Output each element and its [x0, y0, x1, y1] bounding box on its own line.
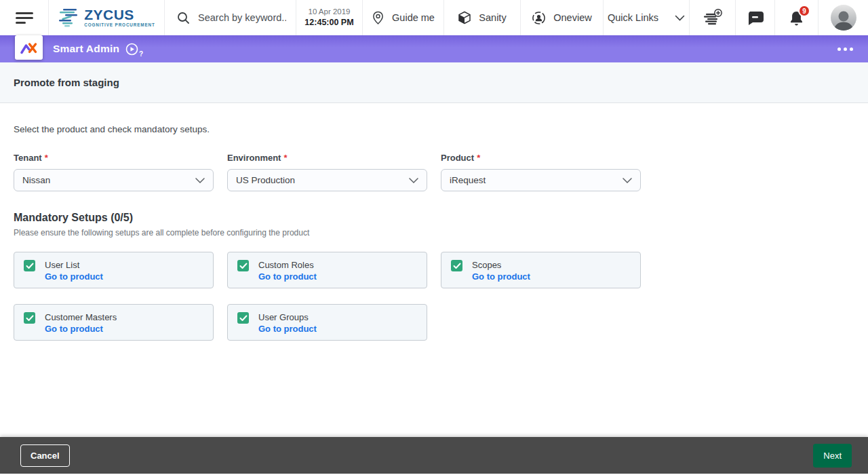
tenant-select[interactable]: Nissan: [14, 169, 214, 191]
zycus-logo-mark-icon: [58, 8, 79, 27]
oneview-button[interactable]: Oneview: [521, 0, 604, 35]
oneview-label: Oneview: [553, 12, 591, 23]
avatar[interactable]: [831, 5, 856, 31]
mandatory-setups-grid: User List Go to product Custom Roles Go …: [14, 252, 854, 341]
smart-admin-logo-icon: [20, 41, 37, 55]
menu-icon: [16, 12, 33, 24]
datetime-display: 10 Apr 2019 12:45:00 PM: [296, 0, 363, 35]
smart-admin-app-tile[interactable]: [15, 35, 43, 60]
quick-links-label: Quick Links: [608, 12, 658, 23]
tenant-field: Tenant* Nissan: [14, 153, 214, 191]
date-text: 10 Apr 2019: [308, 7, 350, 18]
guide-me-button[interactable]: Guide me: [363, 0, 444, 35]
action-footer: Cancel Next: [0, 437, 868, 474]
environment-value: US Production: [236, 175, 295, 185]
page-title: Promote from staging: [14, 77, 119, 88]
setup-card-customer-masters: Customer Masters Go to product: [14, 304, 214, 341]
next-button[interactable]: Next: [813, 444, 852, 468]
environment-label: Environment*: [227, 153, 427, 163]
go-to-product-link[interactable]: Go to product: [45, 271, 103, 282]
chevron-down-icon: [623, 178, 632, 183]
sanity-label: Sanity: [479, 12, 506, 23]
setup-title: Customer Masters: [45, 311, 117, 323]
setup-card-user-list: User List Go to product: [14, 252, 214, 288]
setup-title: Custom Roles: [258, 259, 317, 271]
chevron-down-icon: [409, 178, 418, 183]
user-list-checkbox[interactable]: [24, 260, 35, 271]
help-question-mark: ?: [139, 50, 143, 58]
setup-card-custom-roles: Custom Roles Go to product: [227, 252, 427, 288]
zycus-name: ZYCUS: [84, 7, 155, 22]
play-help-button[interactable]: ?: [125, 43, 143, 56]
smart-admin-appbar: Smart Admin ?: [0, 35, 868, 62]
go-to-product-link[interactable]: Go to product: [258, 323, 317, 335]
chat-icon: [747, 11, 764, 25]
oneview-icon: [532, 11, 546, 25]
product-value: iRequest: [450, 175, 486, 185]
product-label: Product*: [441, 153, 641, 163]
mandatory-setups-subtitle: Please ensure the following setups are a…: [14, 228, 854, 238]
guide-me-icon: [372, 11, 384, 25]
page-title-band: Promote from staging: [0, 62, 868, 103]
product-select[interactable]: iRequest: [441, 169, 641, 191]
custom-roles-checkbox[interactable]: [237, 260, 249, 271]
add-stack-button[interactable]: [690, 0, 736, 35]
smart-admin-app: ZYCUS COGNITIVE PROCUREMENT 10 Apr 2019 …: [0, 0, 868, 475]
product-selection-form: Tenant* Nissan Environment* US Productio…: [14, 153, 854, 191]
zycus-logo-text: ZYCUS COGNITIVE PROCUREMENT: [84, 7, 155, 27]
main-content: Select the product and check mandatory s…: [0, 124, 868, 341]
cancel-button[interactable]: Cancel: [20, 444, 70, 467]
chevron-down-icon: [675, 15, 685, 21]
setup-card-user-groups: User Groups Go to product: [227, 304, 427, 341]
setup-title: User Groups: [258, 311, 317, 323]
tenant-label: Tenant*: [14, 153, 214, 163]
user-profile[interactable]: [818, 0, 868, 35]
add-stack-icon: [702, 8, 724, 27]
setup-title: User List: [45, 259, 103, 271]
time-text: 12:45:00 PM: [304, 17, 353, 28]
sanity-button[interactable]: Sanity: [444, 0, 521, 35]
setup-title: Scopes: [472, 259, 530, 271]
zycus-logo[interactable]: ZYCUS COGNITIVE PROCUREMENT: [49, 0, 165, 35]
go-to-product-link[interactable]: Go to product: [472, 271, 530, 282]
notifications-button[interactable]: 9: [775, 0, 818, 35]
user-groups-checkbox[interactable]: [237, 312, 249, 324]
customer-masters-checkbox[interactable]: [24, 312, 35, 324]
required-marker: *: [283, 153, 287, 163]
global-search[interactable]: [165, 0, 296, 35]
notification-badge: 9: [798, 5, 810, 17]
more-options-button[interactable]: [836, 43, 854, 55]
search-input[interactable]: [198, 12, 286, 23]
instruction-text: Select the product and check mandatory s…: [14, 124, 854, 134]
chat-button[interactable]: [736, 0, 775, 35]
mandatory-setups-title: Mandatory Setups (0/5): [14, 212, 854, 224]
required-marker: *: [45, 153, 48, 163]
go-to-product-link[interactable]: Go to product: [45, 323, 117, 335]
scopes-checkbox[interactable]: [451, 260, 462, 271]
required-marker: *: [477, 153, 480, 163]
chevron-down-icon: [195, 178, 205, 183]
product-field: Product* iRequest: [441, 153, 641, 191]
tenant-value: Nissan: [22, 175, 50, 185]
setup-card-scopes: Scopes Go to product: [441, 252, 641, 288]
top-navigation-bar: ZYCUS COGNITIVE PROCUREMENT 10 Apr 2019 …: [0, 0, 868, 35]
environment-select[interactable]: US Production: [227, 169, 427, 191]
quick-links-dropdown[interactable]: Quick Links: [604, 0, 690, 35]
main-menu-button[interactable]: [0, 0, 49, 35]
zycus-tagline: COGNITIVE PROCUREMENT: [84, 23, 155, 27]
appbar-title: Smart Admin: [53, 43, 119, 55]
search-icon: [177, 12, 189, 24]
environment-field: Environment* US Production: [227, 153, 427, 191]
sanity-icon: [458, 11, 471, 24]
go-to-product-link[interactable]: Go to product: [258, 271, 317, 282]
guide-me-label: Guide me: [392, 12, 435, 23]
